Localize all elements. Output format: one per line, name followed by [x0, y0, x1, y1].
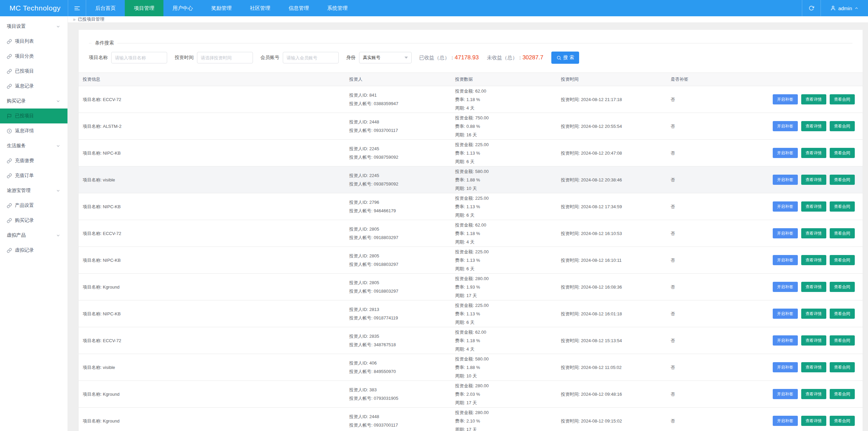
caret-down-icon: [405, 57, 408, 59]
investor-cell: 投资人ID: 2796投资人帐号: 946466179: [345, 193, 451, 220]
content-card: 条件搜索 项目名称 投资时间 会员账号: [79, 30, 863, 431]
view-contract-button[interactable]: 查看合同: [830, 201, 855, 212]
nav-item-社区管理[interactable]: 社区管理: [241, 0, 279, 16]
identity-select[interactable]: 真实账号: [359, 52, 412, 63]
header-invest-time: 投资时间: [557, 73, 667, 86]
sidebar-section-项目设置[interactable]: 项目设置: [0, 19, 67, 34]
view-contract-button[interactable]: 查看合同: [830, 94, 855, 104]
view-detail-button[interactable]: 查看详情: [801, 335, 826, 346]
header-actions: [769, 73, 863, 86]
sidebar-section-途游宝管理[interactable]: 途游宝管理: [0, 183, 67, 198]
open-resign-button[interactable]: 开启补签: [773, 94, 798, 104]
invest-data-cell: 投资金额: 225.00费率: 1.13 %周期: 6 天: [451, 300, 557, 327]
open-resign-button[interactable]: 开启补签: [773, 335, 798, 346]
sidebar-item-项目列表[interactable]: 项目列表: [0, 34, 67, 49]
sidebar-item-项目分类[interactable]: 项目分类: [0, 49, 67, 64]
invest-time-cell: 投资时间: 2024-08-12 21:17:18: [557, 86, 667, 113]
nav-item-后台首页[interactable]: 后台首页: [86, 0, 125, 16]
view-contract-button[interactable]: 查看合同: [830, 228, 855, 238]
resign-cell: 否: [667, 166, 769, 193]
view-contract-button[interactable]: 查看合同: [830, 416, 855, 426]
view-contract-button[interactable]: 查看合同: [830, 121, 855, 131]
view-contract-button[interactable]: 查看合同: [830, 335, 855, 346]
project-cell: 项目名称: visible: [79, 166, 345, 193]
view-contract-button[interactable]: 查看合同: [830, 255, 855, 265]
project-name-input[interactable]: [111, 52, 167, 63]
table-body: 项目名称: ECCV-72投资人ID: 841投资人帐号: 0388359947…: [79, 86, 863, 431]
open-resign-button[interactable]: 开启补签: [773, 201, 798, 212]
open-resign-button[interactable]: 开启补签: [773, 282, 798, 292]
project-cell: 项目名称: Kground: [79, 408, 345, 431]
view-detail-button[interactable]: 查看详情: [801, 362, 826, 372]
open-resign-button[interactable]: 开启补签: [773, 228, 798, 238]
sidebar-item-返息详情[interactable]: $返息详情: [0, 123, 67, 138]
sidebar-section-购买记录[interactable]: 购买记录: [0, 94, 67, 109]
actions-cell: 开启补签查看详情查看合同: [769, 86, 863, 113]
view-detail-button[interactable]: 查看详情: [801, 309, 826, 319]
table-row: 项目名称: Kground投资人ID: 2448投资人帐号: 093370011…: [79, 408, 863, 431]
actions-cell: 开启补签查看详情查看合同: [769, 354, 863, 381]
view-detail-button[interactable]: 查看详情: [801, 282, 826, 292]
investor-cell: 投资人ID: 406投资人帐号: 849550970: [345, 354, 451, 381]
open-resign-button[interactable]: 开启补签: [773, 362, 798, 372]
invest-data-cell: 投资金额: 750.00费率: 0.88 %周期: 16 天: [451, 113, 557, 140]
view-detail-button[interactable]: 查看详情: [801, 255, 826, 265]
project-cell: 项目名称: ECCV-72: [79, 327, 345, 354]
view-detail-button[interactable]: 查看详情: [801, 148, 826, 158]
search-button[interactable]: 搜索: [551, 52, 579, 64]
chevron-down-icon: [56, 24, 60, 29]
nav-item-信息管理[interactable]: 信息管理: [279, 0, 318, 16]
table-row: 项目名称: NIPC-KB投资人ID: 2796投资人帐号: 946466179…: [79, 193, 863, 220]
sidebar-item-虚拟记录[interactable]: 虚拟记录: [0, 243, 67, 258]
view-detail-button[interactable]: 查看详情: [801, 416, 826, 426]
project-cell: 项目名称: visible: [79, 354, 345, 381]
view-detail-button[interactable]: 查看详情: [801, 228, 826, 238]
user-icon: [830, 5, 836, 11]
sidebar-item-充值缴费[interactable]: 充值缴费: [0, 153, 67, 168]
nav-item-系统管理[interactable]: 系统管理: [318, 0, 357, 16]
open-resign-button[interactable]: 开启补签: [773, 389, 798, 399]
view-detail-button[interactable]: 查看详情: [801, 201, 826, 212]
invest-time-cell: 投资时间: 2024-08-12 16:10:11: [557, 247, 667, 274]
project-cell: 项目名称: Kground: [79, 274, 345, 300]
open-resign-button[interactable]: 开启补签: [773, 175, 798, 185]
view-detail-button[interactable]: 查看详情: [801, 175, 826, 185]
view-contract-button[interactable]: 查看合同: [830, 389, 855, 399]
nav-item-奖励管理[interactable]: 奖励管理: [202, 0, 241, 16]
sidebar-item-购买记录[interactable]: 购买记录: [0, 213, 67, 228]
view-contract-button[interactable]: 查看合同: [830, 175, 855, 185]
sidebar-item-已投项目[interactable]: 已投项目: [0, 64, 67, 79]
dollar-icon: $: [7, 129, 12, 134]
open-resign-button[interactable]: 开启补签: [773, 309, 798, 319]
view-contract-button[interactable]: 查看合同: [830, 282, 855, 292]
sidebar: 项目设置项目列表项目分类已投项目返息记录购买记录已投项目$返息详情生活服务充值缴…: [0, 16, 68, 431]
view-contract-button[interactable]: 查看合同: [830, 362, 855, 372]
search-fieldset: 条件搜索: [89, 40, 852, 46]
view-contract-button[interactable]: 查看合同: [830, 148, 855, 158]
open-resign-button[interactable]: 开启补签: [773, 148, 798, 158]
view-detail-button[interactable]: 查看详情: [801, 389, 826, 399]
view-detail-button[interactable]: 查看详情: [801, 94, 826, 104]
sidebar-item-返息记录[interactable]: 返息记录: [0, 79, 67, 94]
user-dropdown[interactable]: admin: [821, 0, 868, 16]
open-resign-button[interactable]: 开启补签: [773, 416, 798, 426]
sidebar-item-充值订单[interactable]: 充值订单: [0, 168, 67, 183]
resign-cell: 否: [667, 247, 769, 274]
sidebar-toggle-button[interactable]: [68, 0, 86, 16]
table-row: 项目名称: ECCV-72投资人ID: 2835投资人帐号: 348767518…: [79, 327, 863, 354]
sidebar-section-虚拟产品[interactable]: 虚拟产品: [0, 228, 67, 243]
view-detail-button[interactable]: 查看详情: [801, 121, 826, 131]
sidebar-item-产品设置[interactable]: 产品设置: [0, 198, 67, 213]
table-row: 项目名称: NIPC-KB投资人ID: 2805投资人帐号: 091880329…: [79, 247, 863, 274]
invest-time-input[interactable]: [197, 52, 253, 63]
open-resign-button[interactable]: 开启补签: [773, 255, 798, 265]
sidebar-item-已投项目[interactable]: 已投项目: [0, 109, 67, 123]
open-resign-button[interactable]: 开启补签: [773, 121, 798, 131]
refresh-button[interactable]: [802, 0, 821, 16]
nav-item-项目管理[interactable]: 项目管理: [125, 0, 163, 16]
view-contract-button[interactable]: 查看合同: [830, 309, 855, 319]
sidebar-item-label: 已投项目: [15, 68, 34, 74]
sidebar-section-生活服务[interactable]: 生活服务: [0, 138, 67, 153]
nav-item-用户中心[interactable]: 用户中心: [163, 0, 202, 16]
member-account-input[interactable]: [283, 52, 339, 63]
